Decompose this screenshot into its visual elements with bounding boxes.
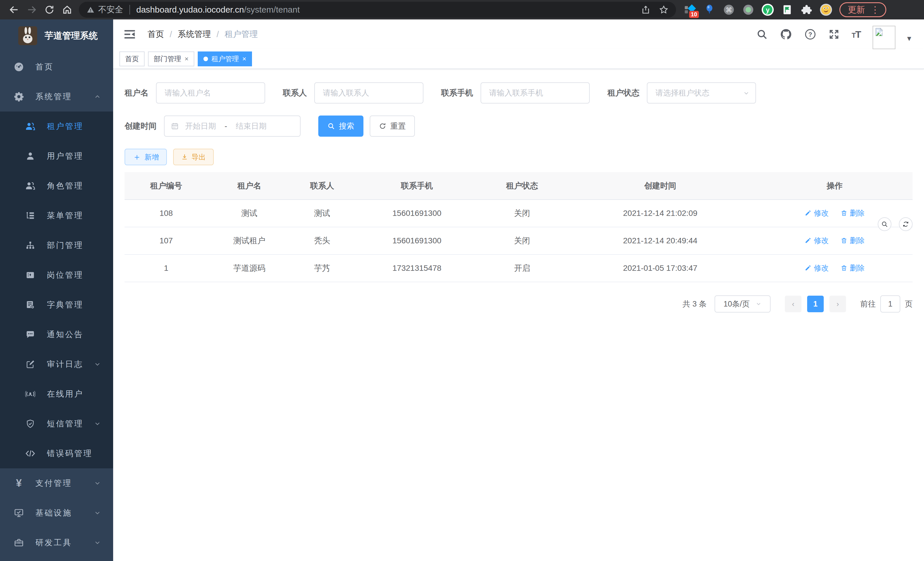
next-page-button[interactable]: ›: [830, 296, 846, 312]
sidebar-item-menu[interactable]: 菜单管理: [0, 201, 113, 230]
chevron-down-icon: [94, 480, 101, 487]
reset-button[interactable]: 重置: [370, 116, 415, 137]
breadcrumb-system[interactable]: 系统管理: [178, 29, 211, 40]
show-search-toggle-button[interactable]: [878, 217, 891, 231]
browser-toolbar: 不安全 dashboard.yudao.iocoder.cn/system/te…: [0, 0, 924, 20]
gear-icon: [13, 90, 25, 103]
sidebar-item-tenant[interactable]: 租户管理: [0, 111, 113, 141]
avatar-dropdown-caret-icon[interactable]: ▼: [906, 35, 913, 43]
col-contact: 联系人: [291, 172, 353, 200]
sidebar-item-sms[interactable]: 短信管理: [0, 409, 113, 439]
share-icon[interactable]: [641, 5, 650, 14]
refresh-table-button[interactable]: [899, 217, 913, 231]
logo-rabbit-image: [18, 26, 37, 45]
create-time-label: 创建时间: [124, 121, 157, 132]
trash-icon: [841, 237, 848, 244]
omnibox-divider: [129, 5, 130, 15]
browser-reload-button[interactable]: [40, 2, 58, 18]
extension-recorder-icon[interactable]: [742, 3, 755, 16]
select-caret-icon: [755, 301, 762, 307]
sidebar-item-notice[interactable]: 通知公告: [0, 320, 113, 349]
total-count: 共 3 条: [682, 299, 706, 309]
sidebar-collapse-button[interactable]: [123, 28, 136, 41]
extension-diamond-icon[interactable]: 10: [683, 3, 697, 16]
profile-avatar-icon[interactable]: [819, 3, 832, 16]
status-value: 开启: [481, 254, 564, 282]
address-bar[interactable]: 不安全 dashboard.yudao.iocoder.cn/system/te…: [79, 2, 676, 18]
breadcrumb: 首页 / 系统管理 / 租户管理: [147, 29, 258, 40]
contact-input[interactable]: [314, 82, 423, 104]
delete-link[interactable]: 删除: [841, 208, 865, 218]
sidebar-logo[interactable]: 芋道管理系统: [0, 20, 113, 52]
page-1-button[interactable]: 1: [807, 296, 824, 312]
col-mobile: 联系手机: [353, 172, 481, 200]
extension-command-icon[interactable]: ⌘: [722, 3, 735, 16]
font-size-icon[interactable]: TT: [852, 29, 861, 40]
sidebar-item-dept[interactable]: 部门管理: [0, 230, 113, 260]
tab-home[interactable]: 首页: [119, 51, 145, 66]
sidebar-item-audit-log[interactable]: 审计日志: [0, 349, 113, 379]
plus-icon: ＋: [133, 153, 141, 161]
shield-check-icon: [24, 417, 37, 430]
sidebar-item-errorcode[interactable]: 错误码管理: [0, 439, 113, 468]
sidebar-item-home[interactable]: 首页: [0, 52, 113, 82]
sidebar-item-online-users[interactable]: 在线用户: [0, 379, 113, 409]
trash-icon: [841, 265, 848, 271]
extension-flag-icon[interactable]: [781, 3, 794, 16]
sidebar-item-dict[interactable]: 字典管理: [0, 290, 113, 320]
tab-dept[interactable]: 部门管理 ×: [148, 51, 194, 66]
status-value: 关闭: [481, 200, 564, 227]
sidebar-item-pay[interactable]: ¥ 支付管理: [0, 468, 113, 498]
mobile-input[interactable]: [481, 82, 590, 104]
breadcrumb-separator: /: [170, 30, 172, 39]
tenant-name-input[interactable]: [156, 82, 265, 104]
extensions-puzzle-icon[interactable]: [800, 3, 813, 16]
tab-tenant[interactable]: 租户管理 ×: [198, 51, 252, 66]
url-path: /system/tenant: [244, 5, 300, 14]
edit-link[interactable]: 修改: [805, 236, 829, 246]
goto-page-input[interactable]: [880, 295, 900, 313]
breadcrumb-home[interactable]: 首页: [147, 29, 164, 40]
delete-link[interactable]: 删除: [841, 236, 865, 246]
header-search-icon[interactable]: [756, 29, 768, 40]
edit-link[interactable]: 修改: [805, 208, 829, 218]
date-range-picker[interactable]: 开始日期 - 结束日期: [164, 116, 301, 137]
page-size-select[interactable]: 10条/页: [715, 295, 771, 313]
extension-balloon-icon[interactable]: [703, 3, 716, 16]
edit-link[interactable]: 修改: [805, 263, 829, 273]
browser-back-button[interactable]: [5, 2, 23, 18]
export-button[interactable]: 导出: [173, 149, 214, 165]
fullscreen-icon[interactable]: [828, 29, 840, 40]
search-button[interactable]: 搜索: [318, 116, 363, 137]
sidebar-item-user[interactable]: 用户管理: [0, 141, 113, 171]
sidebar-item-infra[interactable]: 基础设施: [0, 498, 113, 528]
browser-home-button[interactable]: [58, 2, 76, 18]
security-chip[interactable]: 不安全: [86, 4, 123, 15]
github-icon[interactable]: [780, 28, 792, 41]
status-select[interactable]: [647, 82, 756, 104]
help-icon[interactable]: ?: [804, 28, 816, 40]
add-button[interactable]: ＋ 新增: [124, 149, 167, 165]
bookmark-star-icon[interactable]: [659, 5, 669, 15]
delete-link[interactable]: 删除: [841, 263, 865, 273]
browser-update-button[interactable]: 更新 ⋮: [839, 2, 886, 17]
sidebar-item-system[interactable]: 系统管理: [0, 82, 113, 111]
toolbox-icon: [13, 536, 25, 549]
tags-view-bar: 首页 部门管理 × 租户管理 ×: [113, 49, 924, 69]
sidebar-item-post[interactable]: 岗位管理: [0, 260, 113, 290]
sidebar-item-devtools[interactable]: 研发工具: [0, 528, 113, 558]
close-icon[interactable]: ×: [242, 55, 246, 63]
hamburger-icon: [123, 28, 136, 41]
chevron-down-icon: [94, 420, 101, 427]
page-content: 租户名 联系人 联系手机 租户状态: [113, 69, 924, 561]
extension-y-icon[interactable]: y: [761, 3, 774, 16]
prev-page-button[interactable]: ‹: [785, 296, 801, 312]
monitor-icon: [13, 507, 25, 519]
close-icon[interactable]: ×: [184, 55, 189, 63]
breadcrumb-separator: /: [217, 30, 219, 39]
browser-menu-icon[interactable]: ⋮: [871, 5, 880, 14]
sidebar-item-role[interactable]: 角色管理: [0, 171, 113, 201]
browser-forward-button[interactable]: [23, 2, 40, 18]
reload-icon: [44, 5, 55, 15]
user-avatar[interactable]: [873, 26, 896, 49]
